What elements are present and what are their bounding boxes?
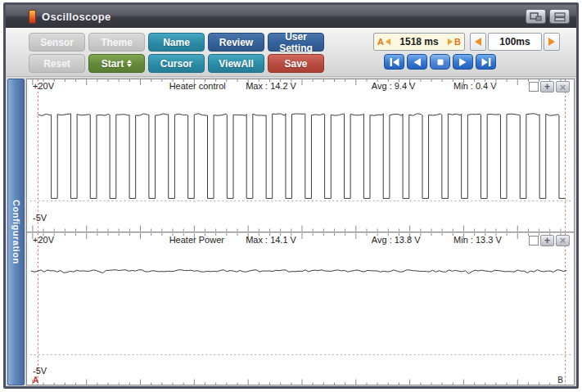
skip-to-start-icon: [390, 58, 399, 66]
start-spinner-icon: [127, 60, 132, 67]
sensor-button[interactable]: Sensor: [29, 33, 85, 52]
goto-b-icon[interactable]: [448, 38, 453, 45]
stop-icon: [436, 58, 444, 66]
timebase-value[interactable]: 100ms: [488, 33, 542, 51]
timebase-increase-button[interactable]: [544, 33, 560, 51]
channel-select-checkbox[interactable]: [529, 236, 539, 246]
waveform-canvas[interactable]: [27, 79, 574, 232]
close-channel-button[interactable]: ×: [556, 81, 570, 92]
step-back-button[interactable]: [407, 54, 427, 70]
play-button[interactable]: [453, 54, 473, 70]
window-title: Oscilloscope: [42, 11, 111, 23]
scope-channel-2: +20V Heater Power Max : 14.1 V Avg : 13.…: [27, 232, 574, 385]
name-button[interactable]: Name: [148, 33, 205, 52]
y-min-label: -5V: [33, 366, 47, 376]
right-arrow-icon: [548, 38, 555, 46]
expand-channel-button[interactable]: +: [540, 81, 554, 92]
skip-to-end-button[interactable]: [476, 54, 496, 70]
cursor-a-marker[interactable]: A: [33, 376, 38, 385]
expand-channel-button[interactable]: +: [540, 235, 554, 246]
configuration-tab[interactable]: Configuration: [7, 79, 25, 385]
tile-windows-button[interactable]: [549, 9, 570, 24]
start-button-label: Start: [102, 58, 124, 70]
marker-a-label: A: [377, 37, 384, 47]
step-back-icon: [413, 58, 422, 66]
waveform-canvas[interactable]: [27, 233, 574, 385]
save-button[interactable]: Save: [268, 54, 324, 73]
theme-button[interactable]: Theme: [88, 33, 145, 52]
channel-select-checkbox[interactable]: [529, 82, 539, 92]
stop-button[interactable]: [430, 54, 450, 70]
scope-channel-1: +20V Heater control Max : 14.2 V Avg : 9…: [27, 79, 574, 232]
timebase-decrease-button[interactable]: [470, 33, 486, 51]
y-min-label: -5V: [33, 213, 47, 223]
cursor-button[interactable]: Cursor: [148, 54, 205, 73]
float-window-button[interactable]: [526, 9, 546, 24]
tile-windows-icon: [554, 12, 566, 21]
ab-range-box: A 1518 ms B: [373, 33, 465, 51]
toolbar: Sensor Theme Name Review User Setting Re…: [6, 28, 576, 77]
skip-to-end-icon: [481, 58, 491, 66]
user-setting-button[interactable]: User Setting: [268, 33, 324, 52]
reset-button[interactable]: Reset: [29, 54, 85, 73]
playback-controls: [384, 54, 563, 70]
cursor-b-marker[interactable]: B: [557, 376, 563, 385]
app-window: Oscilloscope Sensor Theme Name Review: [3, 2, 579, 389]
channels-container: +20V Heater control Max : 14.2 V Avg : 9…: [26, 79, 575, 385]
app-icon: [29, 10, 36, 24]
ab-range-value: 1518 ms: [392, 36, 446, 47]
goto-a-icon[interactable]: [386, 38, 390, 45]
review-button[interactable]: Review: [208, 33, 264, 52]
time-controls: A 1518 ms B 100ms: [373, 33, 563, 70]
marker-b-label: B: [454, 37, 461, 47]
viewall-button[interactable]: ViewAll: [208, 54, 264, 73]
titlebar[interactable]: Oscilloscope: [6, 5, 576, 28]
float-window-icon: [530, 12, 542, 21]
left-arrow-icon: [475, 38, 481, 46]
play-icon: [458, 58, 467, 66]
skip-to-start-button[interactable]: [384, 54, 404, 70]
scope-area: Configuration +20V Heater control Max : …: [6, 78, 576, 386]
close-channel-button[interactable]: ×: [556, 235, 570, 246]
start-button[interactable]: Start: [88, 54, 145, 73]
